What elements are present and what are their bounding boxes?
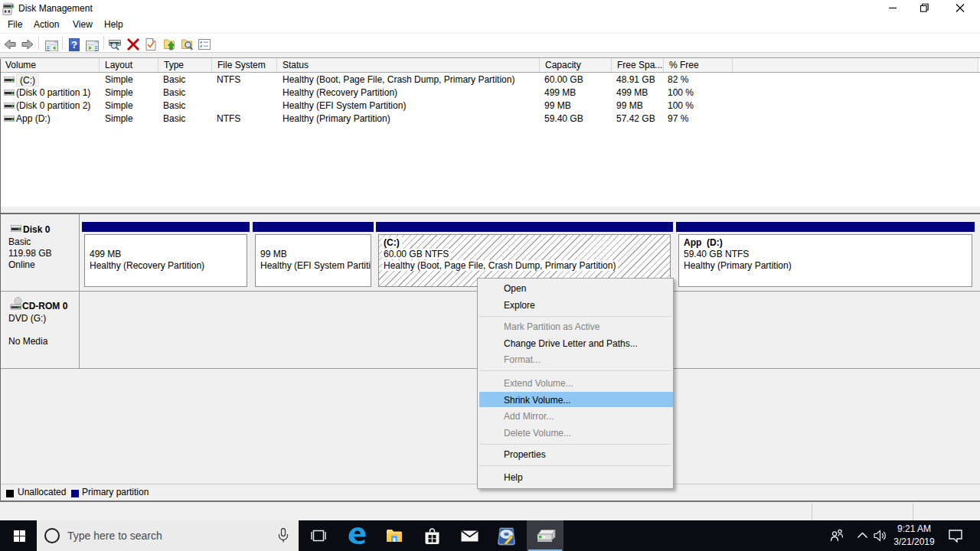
svg-text:?: ? (71, 39, 77, 51)
